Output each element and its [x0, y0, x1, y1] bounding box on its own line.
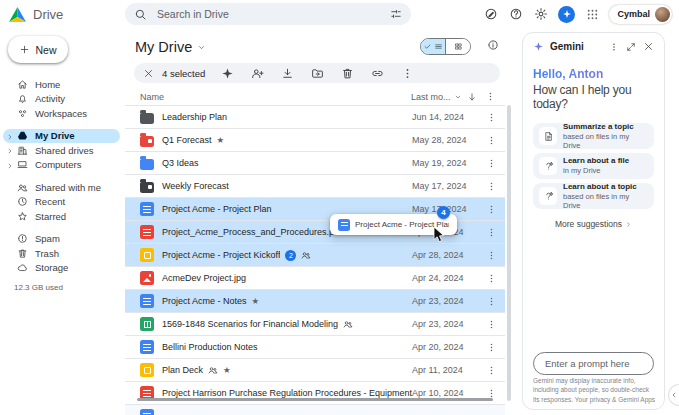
row-more-options-icon[interactable]: [486, 365, 497, 376]
sidebar-item[interactable]: Starred: [3, 209, 120, 224]
table-row[interactable]: Leadership Plan Jun 14, 2024: [125, 105, 505, 128]
chevron-down-icon: [197, 43, 206, 52]
sidebar-item[interactable]: Shared with me: [3, 180, 120, 195]
list-view-button[interactable]: [421, 39, 445, 54]
sidebar-item-label: Spam: [35, 233, 60, 244]
row-more-options-icon[interactable]: [486, 204, 497, 215]
expand-panel-icon[interactable]: [626, 42, 636, 52]
sidebar-items: Home Activity Workspaces: [0, 77, 124, 275]
gemini-suggestion-card[interactable]: Learn about a topic based on files in my…: [533, 183, 654, 209]
trash-icon[interactable]: [341, 67, 354, 80]
row-more-options-icon[interactable]: [486, 250, 497, 261]
gemini-more-options-icon[interactable]: [609, 42, 619, 52]
settings-gear-icon[interactable]: [533, 6, 549, 22]
table-row[interactable]: Q1 Forecast ★ May 28, 2024: [125, 128, 505, 151]
row-more-options-icon[interactable]: [486, 135, 497, 146]
file-type-icon: [140, 409, 154, 415]
row-more-options-icon[interactable]: [486, 158, 497, 169]
collapse-panel-button[interactable]: [668, 384, 679, 406]
row-more-options-icon[interactable]: [486, 319, 497, 330]
sidebar-item-icon: [17, 145, 28, 156]
file-name-cell: Q1 Forecast ★: [154, 135, 412, 145]
download-icon[interactable]: [281, 67, 294, 80]
share-person-add-icon[interactable]: [251, 67, 264, 80]
gemini-suggestion-card[interactable]: Summarize a topic based on files in my D…: [533, 123, 654, 149]
file-type-icon: [140, 317, 154, 331]
search-filters-icon[interactable]: [390, 8, 402, 20]
last-modified-date: Apr 11, 2024: [412, 365, 486, 375]
sort-by-modified[interactable]: Last mo...: [411, 92, 467, 102]
sidebar-item[interactable]: Computers: [3, 158, 120, 173]
drag-count-badge: 4: [437, 206, 450, 219]
move-folder-icon[interactable]: [311, 67, 324, 80]
gemini-sparkle-icon[interactable]: [221, 67, 234, 80]
file-type-icon: [140, 225, 154, 239]
last-modified-date: Apr 20, 2024: [412, 342, 486, 352]
horizontal-scrollbar[interactable]: [137, 398, 493, 401]
table-row[interactable]: 1569-1848 Scenarios for Financial Modeli…: [125, 312, 505, 335]
table-row[interactable]: Project Acme - Notes ★ Apr 23, 2024: [125, 289, 505, 312]
search-input[interactable]: [155, 7, 382, 21]
clear-selection-icon[interactable]: [143, 68, 154, 79]
sidebar-item[interactable]: Storage: [3, 261, 120, 276]
sidebar-item[interactable]: Spam: [3, 232, 120, 247]
gemini-suggestion-card[interactable]: Learn about a file in my Drive: [533, 153, 654, 179]
new-button[interactable]: New: [8, 36, 68, 63]
more-actions-icon[interactable]: [401, 67, 414, 80]
view-toggle: [420, 38, 471, 55]
new-button-label: New: [35, 44, 56, 56]
close-panel-icon[interactable]: [643, 41, 654, 52]
sidebar-item[interactable]: Recent: [3, 195, 120, 210]
table-row[interactable]: Plan Deck ★ Apr 11, 2024: [125, 358, 505, 381]
gemini-suggestions: Summarize a topic based on files in my D…: [533, 123, 654, 209]
sidebar-item[interactable]: My Drive: [3, 129, 120, 144]
gemini-button[interactable]: [558, 6, 575, 23]
expand-caret-icon[interactable]: [6, 162, 14, 170]
offline-status-icon[interactable]: [483, 6, 499, 22]
row-more-options-icon[interactable]: [486, 112, 497, 123]
table-row[interactable]: Weekly Forecast May 17, 2024: [125, 174, 505, 197]
search-icon: [134, 8, 147, 21]
row-more-options-icon[interactable]: [486, 181, 497, 192]
file-type-icon: [140, 159, 154, 170]
file-name: Project Acme - Notes: [162, 296, 247, 306]
row-more-options-icon[interactable]: [486, 273, 497, 284]
sort-direction-icon[interactable]: [467, 92, 485, 102]
gemini-prompt-input[interactable]: [543, 357, 644, 370]
table-row[interactable]: AcmeDev Project.jpg Apr 24, 2024: [125, 266, 505, 289]
list-options-icon[interactable]: [485, 91, 497, 102]
sidebar-item[interactable]: Trash: [3, 246, 120, 261]
page-title[interactable]: My Drive: [135, 39, 206, 55]
row-more-options-icon[interactable]: [486, 296, 497, 307]
row-more-options-icon[interactable]: [486, 388, 497, 399]
table-row[interactable]: [125, 404, 505, 415]
help-icon[interactable]: [508, 6, 524, 22]
expand-caret-icon[interactable]: [6, 133, 14, 141]
gemini-greeting-name: Hello, Anton: [533, 67, 654, 81]
sidebar-item[interactable]: Activity: [3, 92, 120, 107]
avatar[interactable]: [655, 7, 670, 22]
info-icon[interactable]: [487, 39, 499, 51]
expand-caret-icon[interactable]: [6, 147, 14, 155]
gemini-prompt-field[interactable]: [533, 352, 654, 375]
account-pill[interactable]: Cymbal: [609, 5, 672, 24]
table-row[interactable]: Project Acme - Project Kickoff 2 Apr 28,…: [125, 243, 505, 266]
gemini-title: Gemini: [550, 41, 602, 52]
row-more-options-icon[interactable]: [486, 342, 497, 353]
table-row[interactable]: Q3 Ideas May 19, 2024: [125, 151, 505, 174]
vertical-scrollbar[interactable]: [507, 105, 511, 401]
apps-grid-icon[interactable]: [584, 6, 600, 22]
grid-view-button[interactable]: [445, 39, 470, 54]
get-link-icon[interactable]: [371, 67, 384, 80]
row-more-options-icon[interactable]: [486, 227, 497, 238]
file-type-icon: [140, 294, 154, 308]
more-suggestions-link[interactable]: More suggestions: [533, 219, 654, 229]
drive-brand: Drive: [9, 0, 63, 28]
table-row[interactable]: Bellini Production Notes Apr 20, 2024: [125, 335, 505, 358]
search-bar[interactable]: [125, 3, 411, 25]
sidebar-item-icon: [17, 182, 28, 193]
sidebar-item[interactable]: Workspaces: [3, 106, 120, 121]
column-name-label[interactable]: Name: [140, 92, 411, 102]
sidebar-item[interactable]: Shared drives: [3, 143, 120, 158]
sidebar-item[interactable]: Home: [3, 77, 120, 92]
